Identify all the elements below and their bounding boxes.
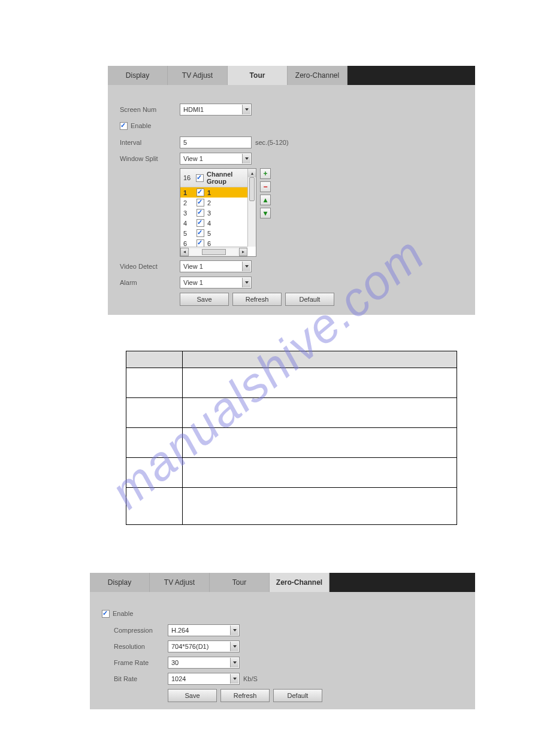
tab-display[interactable]: Display <box>108 66 168 85</box>
vertical-scrollbar[interactable] <box>247 169 256 247</box>
chevron-down-icon <box>230 642 238 651</box>
hscroll-thumb[interactable] <box>202 249 226 255</box>
tab-filler <box>330 573 475 592</box>
alarm-select[interactable]: View 1 <box>180 277 252 289</box>
default-button[interactable]: Default <box>273 689 322 702</box>
tab-display[interactable]: Display <box>90 573 150 592</box>
bit-rate-select[interactable]: 1024 <box>168 673 240 685</box>
chevron-down-icon <box>230 674 238 684</box>
window-split-select[interactable]: View 1 <box>180 153 252 165</box>
move-up-icon[interactable]: ▴ <box>260 195 271 205</box>
screen-num-label: Screen Num <box>120 106 180 113</box>
tab-zero-channel[interactable]: Zero-Channel <box>270 573 330 592</box>
window-split-label: Window Split <box>120 155 180 162</box>
video-detect-label: Video Detect <box>120 263 180 270</box>
tab-tour[interactable]: Tour <box>228 66 288 85</box>
row-checkbox[interactable] <box>197 189 204 196</box>
tab-filler <box>347 66 475 85</box>
chevron-down-icon <box>242 154 250 163</box>
interval-label: Interval <box>120 139 180 146</box>
resolution-label: Resolution <box>114 643 168 650</box>
tab-bar: Display TV Adjust Tour Zero-Channel <box>90 573 475 592</box>
video-detect-select[interactable]: View 1 <box>180 260 252 272</box>
tour-settings-panel: Display TV Adjust Tour Zero-Channel Scre… <box>108 66 475 315</box>
parameter-table <box>126 351 457 525</box>
chevron-down-icon <box>242 262 250 271</box>
scroll-left-icon[interactable]: ◂ <box>180 248 189 256</box>
horizontal-scrollbar[interactable]: ◂ ▸ <box>180 247 247 256</box>
list-item[interactable]: 55 <box>180 228 256 238</box>
chevron-down-icon <box>242 278 250 287</box>
refresh-button[interactable]: Refresh <box>220 689 270 702</box>
move-down-icon[interactable]: ▾ <box>260 208 271 218</box>
tab-bar: Display TV Adjust Tour Zero-Channel <box>108 66 475 85</box>
list-item[interactable]: 22 <box>180 198 256 208</box>
row-checkbox[interactable] <box>197 219 204 227</box>
compression-label: Compression <box>114 627 168 634</box>
chevron-down-icon <box>242 105 250 114</box>
tab-tour[interactable]: Tour <box>210 573 270 592</box>
list-item[interactable]: 44 <box>180 218 256 228</box>
alarm-label: Alarm <box>120 279 180 286</box>
list-item[interactable]: 33 <box>180 208 256 218</box>
chevron-down-icon <box>230 658 238 667</box>
enable-checkbox[interactable] <box>120 122 128 130</box>
select-all-checkbox[interactable] <box>196 174 204 182</box>
resolution-select[interactable]: 704*576(D1) <box>168 640 240 652</box>
scroll-thumb[interactable] <box>249 177 255 201</box>
tab-tv-adjust[interactable]: TV Adjust <box>150 573 210 592</box>
scroll-up-icon[interactable] <box>248 169 256 177</box>
add-icon[interactable]: + <box>260 168 271 179</box>
row-checkbox[interactable] <box>197 229 204 237</box>
remove-icon[interactable]: − <box>260 181 271 192</box>
screen-num-select[interactable]: HDMI1 <box>180 104 252 116</box>
scroll-right-icon[interactable]: ▸ <box>239 248 247 256</box>
refresh-button[interactable]: Refresh <box>232 293 282 306</box>
enable-label: Enable <box>113 610 133 617</box>
enable-label: Enable <box>131 122 151 129</box>
frame-rate-select[interactable]: 30 <box>168 657 240 669</box>
chevron-down-icon <box>230 626 238 635</box>
frame-rate-label: Frame Rate <box>114 659 168 666</box>
bit-rate-unit: Kb/S <box>243 675 258 682</box>
bit-rate-label: Bit Rate <box>114 675 168 682</box>
channel-group-listbox[interactable]: 16 Channel Group 11 22 33 44 <box>180 168 256 257</box>
list-header: 16 Channel Group <box>180 169 256 187</box>
default-button[interactable]: Default <box>285 293 334 306</box>
interval-unit: sec.(5-120) <box>255 139 289 146</box>
zero-channel-panel: Display TV Adjust Tour Zero-Channel Enab… <box>90 573 475 709</box>
row-checkbox[interactable] <box>197 209 204 217</box>
save-button[interactable]: Save <box>168 689 217 702</box>
row-checkbox[interactable] <box>197 199 204 207</box>
enable-checkbox[interactable] <box>102 610 110 618</box>
tab-tv-adjust[interactable]: TV Adjust <box>168 66 228 85</box>
list-item[interactable]: 11 <box>180 187 256 198</box>
tab-zero-channel[interactable]: Zero-Channel <box>288 66 347 85</box>
compression-select[interactable]: H.264 <box>168 624 240 636</box>
interval-input[interactable]: 5 <box>180 136 252 148</box>
save-button[interactable]: Save <box>180 293 229 306</box>
